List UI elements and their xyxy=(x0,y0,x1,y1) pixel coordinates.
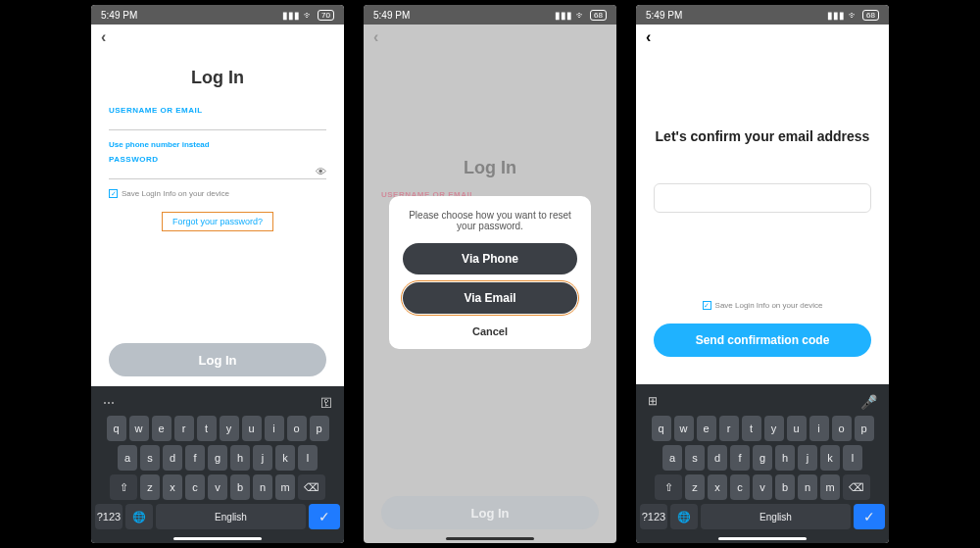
home-indicator[interactable] xyxy=(446,537,534,540)
enter-key[interactable]: ✓ xyxy=(309,504,340,529)
key-j[interactable]: j xyxy=(798,445,817,471)
num-key[interactable]: ?123 xyxy=(640,504,667,529)
key-q[interactable]: q xyxy=(107,416,126,441)
keyboard[interactable]: ⊞ 🎤 qwertyuiop asdfghjkl ⇧zxcvbnm⌫ ?123 … xyxy=(636,384,889,543)
kbd-dots-icon[interactable]: ⋯ xyxy=(103,396,115,410)
key-f[interactable]: f xyxy=(730,445,750,471)
key-w[interactable]: w xyxy=(674,416,694,441)
forgot-password-link[interactable]: Forgot your password? xyxy=(162,212,273,231)
globe-key[interactable]: 🌐 xyxy=(125,504,153,529)
key-f[interactable]: f xyxy=(185,445,205,471)
home-indicator[interactable] xyxy=(173,537,262,540)
key-z[interactable]: z xyxy=(140,474,160,500)
key-a[interactable]: a xyxy=(662,445,682,471)
key-n[interactable]: n xyxy=(253,474,272,500)
key-e[interactable]: e xyxy=(152,416,172,441)
key-v[interactable]: v xyxy=(753,474,772,500)
space-key[interactable]: English xyxy=(156,504,306,529)
via-email-button[interactable]: Via Email xyxy=(403,282,577,314)
save-info-row[interactable]: ✓ Save Login Info on your device xyxy=(109,189,326,198)
key-i[interactable]: i xyxy=(809,416,829,441)
key-m[interactable]: m xyxy=(275,474,295,500)
enter-key[interactable]: ✓ xyxy=(854,504,885,529)
key-n[interactable]: n xyxy=(798,474,817,500)
key-v[interactable]: v xyxy=(208,474,227,500)
keyboard[interactable]: ⋯ ⚿ qwertyuiop asdfghjkl ⇧zxcvbnm⌫ ?123 … xyxy=(91,386,344,543)
key-s[interactable]: s xyxy=(685,445,705,471)
key-d[interactable]: d xyxy=(163,445,182,471)
key-o[interactable]: o xyxy=(287,416,307,441)
key-c[interactable]: c xyxy=(730,474,750,500)
dialog-message: Please choose how you want to reset your… xyxy=(403,210,577,231)
key-o[interactable]: o xyxy=(832,416,852,441)
space-key[interactable]: English xyxy=(701,504,851,529)
key-a[interactable]: a xyxy=(118,445,137,471)
key-x[interactable]: x xyxy=(163,474,182,500)
status-bar: 5:49 PM ▮▮▮ ᯤ 68 xyxy=(636,5,889,25)
phone-1-login: 5:49 PM ▮▮▮ ᯤ 70 ‹ Log In USERNAME OR EM… xyxy=(91,5,344,543)
back-icon: ‹ xyxy=(373,28,378,46)
checkbox-icon[interactable]: ✓ xyxy=(703,301,711,310)
key-l[interactable]: l xyxy=(298,445,318,471)
login-button-disabled: Log In xyxy=(381,496,599,529)
page-title: Log In xyxy=(381,158,599,178)
key-b[interactable]: b xyxy=(775,474,795,500)
eye-off-icon[interactable]: 👁 xyxy=(316,166,326,177)
email-input[interactable] xyxy=(654,183,871,213)
backspace-key[interactable]: ⌫ xyxy=(843,474,870,500)
key-k[interactable]: k xyxy=(275,445,295,471)
key-y[interactable]: y xyxy=(220,416,239,441)
cancel-button[interactable]: Cancel xyxy=(403,322,577,341)
kbd-mic-icon[interactable]: 🎤 xyxy=(860,394,877,410)
key-k[interactable]: k xyxy=(820,445,840,471)
key-c[interactable]: c xyxy=(185,474,205,500)
login-button[interactable]: Log In xyxy=(109,343,326,376)
key-w[interactable]: w xyxy=(129,416,149,441)
kbd-grid-icon[interactable]: ⊞ xyxy=(648,394,658,410)
shift-key[interactable]: ⇧ xyxy=(655,474,682,500)
key-m[interactable]: m xyxy=(820,474,840,500)
key-y[interactable]: y xyxy=(764,416,784,441)
kbd-row-1: qwertyuiop xyxy=(95,416,340,441)
key-e[interactable]: e xyxy=(697,416,716,441)
key-h[interactable]: h xyxy=(230,445,250,471)
wifi-icon: ᯤ xyxy=(576,10,586,21)
key-q[interactable]: q xyxy=(652,416,671,441)
key-r[interactable]: r xyxy=(174,416,194,441)
use-phone-link[interactable]: Use phone number instead xyxy=(109,140,326,149)
key-u[interactable]: u xyxy=(242,416,262,441)
via-phone-button[interactable]: Via Phone xyxy=(403,243,577,274)
key-z[interactable]: z xyxy=(685,474,705,500)
num-key[interactable]: ?123 xyxy=(95,504,122,529)
kbd-key-icon[interactable]: ⚿ xyxy=(320,396,332,410)
nav-row: ‹ xyxy=(364,25,616,50)
shift-key[interactable]: ⇧ xyxy=(110,474,137,500)
password-input[interactable]: 👁 xyxy=(109,164,326,179)
time: 5:49 PM xyxy=(373,10,410,21)
key-x[interactable]: x xyxy=(708,474,727,500)
key-s[interactable]: s xyxy=(140,445,160,471)
key-t[interactable]: t xyxy=(742,416,761,441)
key-t[interactable]: t xyxy=(197,416,217,441)
key-g[interactable]: g xyxy=(208,445,227,471)
home-indicator[interactable] xyxy=(718,537,807,540)
key-r[interactable]: r xyxy=(719,416,739,441)
key-g[interactable]: g xyxy=(753,445,772,471)
key-b[interactable]: b xyxy=(230,474,250,500)
key-p[interactable]: p xyxy=(310,416,329,441)
back-icon[interactable]: ‹ xyxy=(101,28,106,46)
key-u[interactable]: u xyxy=(787,416,807,441)
save-info-row[interactable]: ✓ Save Login Info on your device xyxy=(654,301,871,310)
send-code-button[interactable]: Send confirmation code xyxy=(654,324,871,357)
backspace-key[interactable]: ⌫ xyxy=(298,474,325,500)
username-input[interactable] xyxy=(109,115,326,130)
back-icon[interactable]: ‹ xyxy=(646,28,651,46)
checkbox-icon[interactable]: ✓ xyxy=(109,189,118,198)
key-d[interactable]: d xyxy=(708,445,727,471)
key-i[interactable]: i xyxy=(265,416,284,441)
key-l[interactable]: l xyxy=(843,445,862,471)
key-p[interactable]: p xyxy=(855,416,874,441)
key-h[interactable]: h xyxy=(775,445,795,471)
globe-key[interactable]: 🌐 xyxy=(670,504,698,529)
key-j[interactable]: j xyxy=(253,445,272,471)
